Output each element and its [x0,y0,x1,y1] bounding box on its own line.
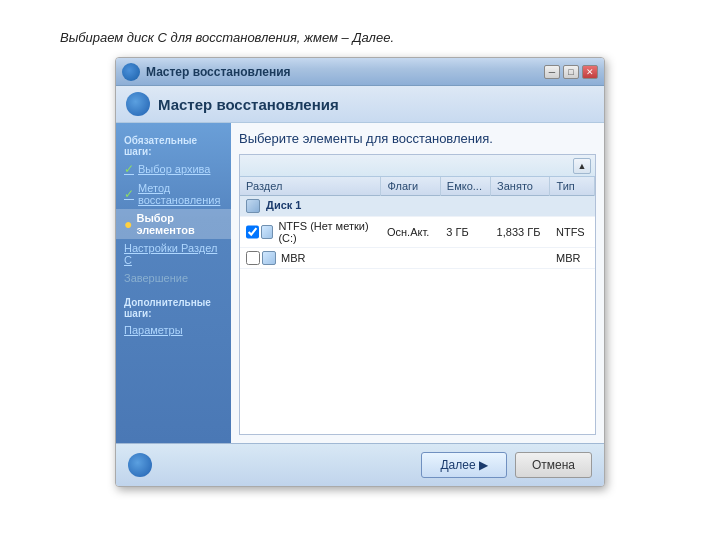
sidebar-item-backup[interactable]: ✓ Выбор архива [116,159,231,179]
sidebar-item-backup-label: Выбор архива [138,163,210,175]
ntfs-label: NTFS (Нет метки) (С:) [278,220,375,244]
sidebar-item-partition-label: Настройки Раздел С [124,242,223,266]
wizard-window: Мастер восстановления ─ □ ✕ Мастер восст… [115,57,605,487]
disk-icon [246,199,260,213]
group-row-disk1: Диск 1 [240,196,595,217]
cancel-button[interactable]: Отмена [515,452,592,478]
cell-size-2 [440,248,490,269]
minimize-button[interactable]: ─ [544,65,560,79]
toolbar-btn-1[interactable]: ▲ [573,158,591,174]
sidebar: Обязательные шаги: ✓ Выбор архива ✓ Мето… [116,123,231,443]
sidebar-item-elements-label: Выбор элементов [136,212,223,236]
sidebar-item-params-label: Параметры [124,324,183,336]
cell-partition-2: MBR [240,248,381,269]
bottom-logo-icon [128,453,152,477]
titlebar: Мастер восстановления ─ □ ✕ [116,58,604,86]
sidebar-item-params[interactable]: Параметры [116,321,231,339]
mbr-label: MBR [281,252,305,264]
col-partition: Раздел [240,177,381,196]
sidebar-item-finish-label: Завершение [124,272,188,284]
sidebar-item-partition[interactable]: Настройки Раздел С [116,239,231,269]
col-size: Емко... [440,177,490,196]
checkmark-icon: ✓ [124,162,134,176]
next-button[interactable]: Далее ▶ [421,452,506,478]
right-panel: Выберите элементы для восстановления. ▲ … [231,123,604,443]
cell-used-1: 1,833 ГБ [491,217,550,248]
maximize-button[interactable]: □ [563,65,579,79]
subtitle-title: Мастер восстановления [158,96,339,113]
optional-steps-label: Дополнительные шаги: [116,287,231,321]
checkbox-ntfs[interactable] [246,225,259,239]
active-bullet-icon: ● [124,216,132,232]
required-steps-label: Обязательные шаги: [116,131,231,159]
panel-title: Выберите элементы для восстановления. [239,131,596,146]
file-toolbar: ▲ [240,155,595,177]
titlebar-title: Мастер восстановления [146,65,544,79]
group-label: Диск 1 [240,196,595,217]
col-flags: Флаги [381,177,440,196]
col-type: Тип [550,177,595,196]
sidebar-item-method[interactable]: ✓ Метод восстановления [116,179,231,209]
sidebar-item-method-label: Метод восстановления [138,182,223,206]
sidebar-item-finish: Завершение [116,269,231,287]
partition-icon-ntfs [261,225,273,239]
checkbox-mbr[interactable] [246,251,260,265]
main-area: Обязательные шаги: ✓ Выбор архива ✓ Мето… [116,123,604,443]
file-browser: ▲ Раздел Флаги Емко... Занято Т [239,154,596,435]
subtitle-icon [126,92,150,116]
sidebar-item-elements[interactable]: ● Выбор элементов [116,209,231,239]
cell-type-2: MBR [550,248,595,269]
table-row: MBR MBR [240,248,595,269]
subtitle-bar: Мастер восстановления [116,86,604,123]
table-row: NTFS (Нет метки) (С:) Осн.Акт. 3 ГБ 1,83… [240,217,595,248]
bottom-bar: Далее ▶ Отмена [116,443,604,486]
cell-used-2 [491,248,550,269]
col-used: Занято [491,177,550,196]
partition-icon-mbr [262,251,276,265]
checkmark-icon-2: ✓ [124,187,134,201]
close-button[interactable]: ✕ [582,65,598,79]
cell-flags-1: Осн.Акт. [381,217,440,248]
titlebar-controls: ─ □ ✕ [544,65,598,79]
cell-type-1: NTFS [550,217,595,248]
page-caption: Выбираем диск С для восстановления, жмем… [60,30,660,45]
file-table[interactable]: Раздел Флаги Емко... Занято Тип [240,177,595,434]
titlebar-icon [122,63,140,81]
cell-flags-2 [381,248,440,269]
cell-size-1: 3 ГБ [440,217,490,248]
page-background: Выбираем диск С для восстановления, жмем… [0,0,720,540]
cell-partition-1: NTFS (Нет метки) (С:) [240,217,381,248]
